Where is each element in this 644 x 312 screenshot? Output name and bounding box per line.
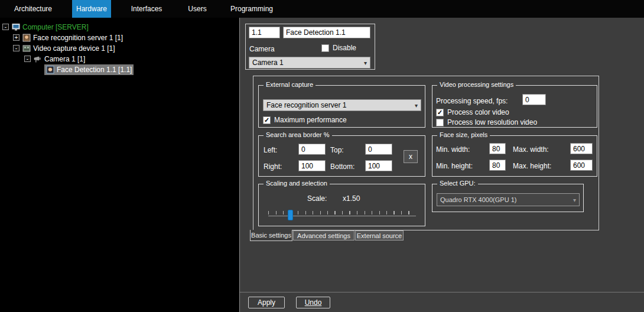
process-color-row: ✓ Process color video: [436, 108, 509, 116]
face-detection-icon: [46, 66, 54, 74]
bottom-field[interactable]: [365, 160, 392, 171]
collapse-expander-icon[interactable]: -: [2, 24, 9, 30]
object-id-field[interactable]: [249, 27, 280, 38]
tab-external-source[interactable]: External source: [355, 230, 404, 240]
group-title: Scaling and selection: [264, 180, 330, 187]
camera-label: Camera: [249, 45, 275, 53]
process-lowres-checkbox[interactable]: [436, 119, 444, 126]
disable-checkbox[interactable]: [321, 44, 329, 52]
object-name-field[interactable]: [283, 27, 370, 38]
face-server-icon: [22, 34, 31, 42]
min-height-field[interactable]: [489, 160, 506, 171]
server-select-value: Face recognition server 1: [266, 101, 346, 109]
select-gpu-group: Select GPU: Quadro RTX 4000(GPU 1) ▾: [432, 184, 584, 212]
max-height-field[interactable]: [570, 160, 593, 171]
group-title: Search area border %: [264, 131, 332, 138]
capture-device-icon: [22, 44, 31, 53]
slider-thumb[interactable]: [288, 210, 293, 220]
tree-item-label: Video capture device 1 [1]: [33, 44, 115, 53]
scaling-group: Scaling and selection Scale: x1.50: [258, 184, 425, 226]
tree-item-label: Computer [SERVER]: [22, 23, 89, 31]
processing-speed-field[interactable]: [522, 94, 546, 105]
max-performance-checkbox[interactable]: ✓: [263, 116, 271, 124]
group-title: Face size, pixels: [437, 131, 490, 138]
max-width-field[interactable]: [570, 143, 593, 154]
scale-slider[interactable]: [268, 209, 416, 221]
max-width-label: Max. width:: [513, 145, 549, 154]
face-size-group: Face size, pixels Min. width: Max. width…: [432, 135, 597, 177]
tree-item-computer[interactable]: - Computer [SERVER]: [0, 22, 239, 32]
tree-item-face-detection[interactable]: Face Detection 1.1 [1.1]: [0, 64, 239, 75]
process-color-label: Process color video: [447, 108, 509, 116]
processing-speed-label: Processing speed, fps:: [436, 97, 508, 105]
menu-item-architecture[interactable]: Architecture: [11, 0, 56, 18]
bottom-label: Bottom:: [330, 162, 354, 171]
tab-advanced-settings[interactable]: Advanced settings: [293, 230, 354, 240]
tab-label: External source: [357, 232, 402, 239]
camera-select-value: Camera 1: [252, 58, 284, 67]
object-tree-panel: - Computer [SERVER] + Face recognition s…: [0, 18, 239, 312]
object-identity-box: Camera Disable Camera 1 ▾: [245, 24, 375, 70]
scale-value: x1.50: [343, 194, 360, 203]
max-height-label: Max. height:: [513, 162, 551, 170]
menu-item-programming[interactable]: Programming: [227, 0, 276, 18]
chevron-down-icon: ▾: [573, 197, 576, 203]
apply-button[interactable]: Apply: [248, 297, 285, 308]
process-lowres-row: Process low resolution video: [436, 118, 537, 126]
apply-button-label: Apply: [258, 298, 275, 307]
footer-divider: [240, 292, 644, 292]
collapse-expander-icon[interactable]: -: [24, 56, 31, 62]
search-area-group: Search area border % Left: Top: Right: B…: [258, 135, 425, 177]
camera-icon: [34, 55, 42, 63]
camera-select[interactable]: Camera 1 ▾: [249, 57, 370, 69]
video-processing-group: Video processing settings Processing spe…: [432, 85, 597, 128]
group-title: External capture: [264, 81, 316, 88]
settings-panel: Camera Disable Camera 1 ▾ External captu…: [239, 18, 644, 312]
clear-search-area-button[interactable]: x: [404, 150, 418, 163]
tree-item-camera[interactable]: - Camera 1 [1]: [0, 54, 239, 64]
tree-item-label: Face recognition server 1 [1]: [33, 34, 123, 42]
left-field[interactable]: [298, 144, 326, 155]
menu-item-interfaces[interactable]: Interfaces: [126, 0, 167, 18]
collapse-expander-icon[interactable]: -: [13, 45, 19, 51]
max-performance-label: Maximum performance: [274, 116, 347, 124]
tree-item-video-capture-device[interactable]: - Video capture device 1 [1]: [0, 43, 239, 54]
computer-icon: [12, 23, 20, 31]
top-label: Top:: [330, 146, 344, 154]
undo-button-label: Undo: [305, 298, 322, 307]
max-performance-row: ✓ Maximum performance: [263, 116, 347, 124]
chevron-down-icon: ▾: [415, 102, 418, 109]
chevron-down-icon: ▾: [364, 60, 367, 66]
menu-label: Users: [188, 5, 206, 13]
external-capture-group: External capture Face recognition server…: [258, 85, 425, 128]
tab-basic-settings[interactable]: Basic settings: [250, 230, 292, 241]
min-height-label: Min. height:: [436, 162, 473, 170]
process-color-checkbox[interactable]: ✓: [436, 109, 444, 116]
menu-label: Architecture: [14, 5, 52, 13]
left-label: Left:: [264, 146, 277, 154]
min-width-label: Min. width:: [436, 145, 470, 154]
group-title: Select GPU:: [437, 180, 478, 187]
tree-item-label: Face Detection 1.1 [1.1]: [57, 66, 132, 74]
group-title: Video processing settings: [437, 81, 516, 88]
menu-item-hardware[interactable]: Hardware: [72, 0, 111, 18]
undo-button[interactable]: Undo: [296, 297, 330, 308]
scale-label: Scale:: [307, 194, 327, 203]
menu-label: Programming: [230, 5, 273, 13]
tree-item-face-recognition-server[interactable]: + Face recognition server 1 [1]: [0, 32, 239, 43]
menu-item-users[interactable]: Users: [183, 0, 212, 18]
process-lowres-label: Process low resolution video: [447, 118, 537, 126]
min-width-field[interactable]: [489, 143, 506, 154]
gpu-select[interactable]: Quadro RTX 4000(GPU 1) ▾: [437, 193, 580, 206]
right-label: Right:: [264, 162, 282, 171]
top-field[interactable]: [365, 144, 392, 155]
gpu-select-value: Quadro RTX 4000(GPU 1): [440, 196, 516, 203]
right-field[interactable]: [298, 160, 326, 171]
face-recognition-server-select[interactable]: Face recognition server 1 ▾: [263, 99, 421, 111]
tab-label: Basic settings: [251, 232, 291, 239]
basic-settings-pane: External capture Face recognition server…: [253, 76, 599, 230]
disable-checkbox-row: Disable: [321, 44, 356, 52]
expand-expander-icon[interactable]: +: [13, 34, 19, 41]
disable-label: Disable: [333, 44, 356, 52]
tree-item-label: Camera 1 [1]: [44, 55, 85, 63]
